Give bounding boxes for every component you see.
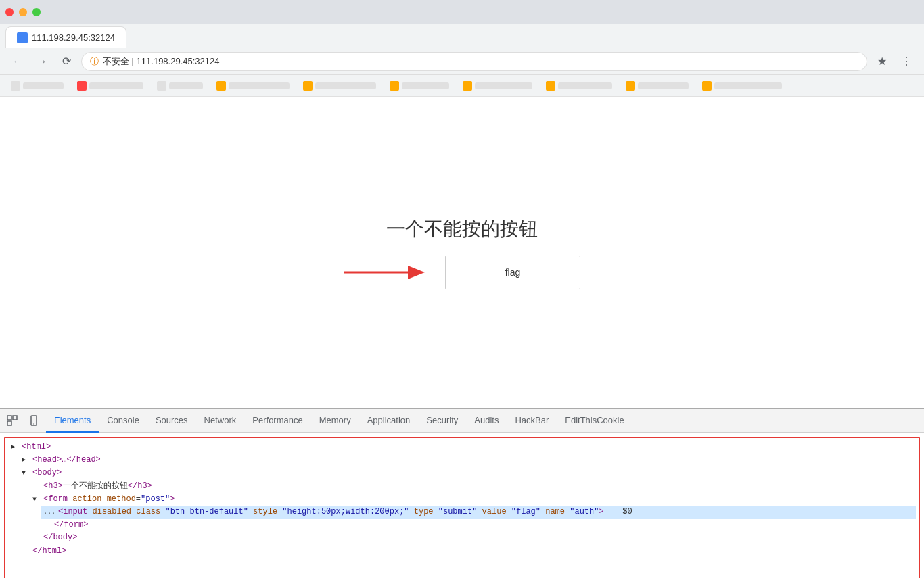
bookmark-label-7 <box>475 82 532 89</box>
bookmark-favicon-5 <box>303 81 313 91</box>
bookmark-item-2[interactable] <box>72 78 149 94</box>
browser-chrome: 111.198.29.45:32124 ← → ⟳ ⓘ 不安全 | 111.19… <box>0 0 924 97</box>
forward-button[interactable]: → <box>32 52 51 71</box>
tab-audits[interactable]: Audits <box>466 409 507 433</box>
tab-network[interactable]: Network <box>196 409 245 433</box>
svg-rect-3 <box>13 416 17 420</box>
dot-indicator-6: ... <box>43 507 55 518</box>
bookmark-favicon-9 <box>626 81 635 91</box>
bookmarks-bar <box>0 75 924 97</box>
tab-hackbar[interactable]: HackBar <box>507 409 557 433</box>
code-line-3: ▼ <body> <box>19 466 916 479</box>
code-style-attr: style <box>253 506 277 519</box>
tab-console[interactable]: Console <box>99 409 147 433</box>
tab-editthiscookie[interactable]: EditThisCookie <box>557 409 632 433</box>
code-body-tag: <body> <box>32 466 62 479</box>
code-class-attr: class <box>136 506 160 519</box>
code-html-tag: <html> <box>22 441 51 454</box>
code-method-attr: method <box>107 493 136 506</box>
bookmark-favicon-3 <box>157 81 166 91</box>
mobile-icon[interactable] <box>24 411 43 430</box>
tab-application[interactable]: Application <box>359 409 419 433</box>
bookmark-favicon-1 <box>11 81 20 91</box>
code-line-9: </html> <box>19 545 916 558</box>
tab-security-label: Security <box>426 415 458 425</box>
bookmark-item-9[interactable] <box>620 78 694 94</box>
address-bar[interactable]: ⓘ 不安全 | 111.198.29.45:32124 <box>81 52 867 71</box>
tab-sources[interactable]: Sources <box>147 409 196 433</box>
tab-performance[interactable]: Performance <box>244 409 310 433</box>
bookmark-item-1[interactable] <box>5 78 69 94</box>
tab-elements-label: Elements <box>54 415 91 425</box>
active-tab[interactable]: 111.198.29.45:32124 <box>5 26 126 48</box>
menu-button[interactable]: ⋮ <box>897 52 916 71</box>
code-input-tag: <input <box>58 506 92 519</box>
svg-point-6 <box>33 423 34 425</box>
bookmark-favicon-8 <box>546 81 555 91</box>
devtools-panel: Elements Console Sources Network Perform… <box>0 408 924 578</box>
back-button[interactable]: ← <box>8 52 27 71</box>
bookmark-item-5[interactable] <box>298 78 382 94</box>
code-type-val: "submit" <box>438 506 482 519</box>
code-body-end: </body> <box>43 531 77 544</box>
tab-memory-label: Memory <box>319 415 351 425</box>
code-disabled-attr: disabled <box>92 506 136 519</box>
svg-rect-4 <box>7 421 11 425</box>
refresh-button[interactable]: ⟳ <box>57 52 76 71</box>
bookmark-item-3[interactable] <box>152 78 208 94</box>
code-value-val: "flag" <box>511 506 545 519</box>
tab-network-label: Network <box>204 415 237 425</box>
code-form-tag: <form <box>43 493 72 506</box>
tab-application-label: Application <box>367 415 411 425</box>
expand-indicator: ► <box>11 442 19 453</box>
svg-rect-2 <box>7 416 11 420</box>
bookmark-favicon-2 <box>77 81 87 91</box>
code-value-attr: value <box>482 506 507 519</box>
bookmark-item-7[interactable] <box>457 78 538 94</box>
bookmark-item-6[interactable] <box>384 78 455 94</box>
code-line-6[interactable]: ... <input disabled class="btn btn-defau… <box>41 506 916 519</box>
code-line-8: </body> <box>30 531 916 544</box>
code-type-attr: type <box>414 506 434 519</box>
code-line-5: ▼ <form action method="post"> <box>30 493 916 506</box>
code-h3-close: </h3> <box>128 480 152 493</box>
code-eq: = <box>136 493 141 506</box>
tab-performance-label: Performance <box>252 415 302 425</box>
bookmark-favicon-6 <box>390 81 399 91</box>
bookmark-favicon-4 <box>216 81 226 91</box>
bookmark-item-4[interactable] <box>211 78 295 94</box>
tab-favicon <box>17 32 28 43</box>
flag-button[interactable]: flag <box>445 256 580 289</box>
code-name-val: "auth" <box>570 506 599 519</box>
inspect-icon[interactable] <box>3 411 22 430</box>
tab-elements[interactable]: Elements <box>46 409 99 433</box>
tab-title: 111.198.29.45:32124 <box>32 32 115 43</box>
code-line-7: </form> <box>41 519 916 531</box>
code-h3-tag: <h3> <box>43 480 63 493</box>
code-class-val: "btn btn-default" <box>165 506 253 519</box>
security-icon: ⓘ <box>90 55 99 68</box>
code-line-2: ► <head>…</head> <box>19 454 916 466</box>
bookmark-item-8[interactable] <box>540 78 618 94</box>
tab-audits-label: Audits <box>474 415 499 425</box>
bookmark-label-10 <box>714 82 782 89</box>
bookmark-item-10[interactable] <box>697 78 787 94</box>
tab-security[interactable]: Security <box>418 409 466 433</box>
bookmark-favicon-7 <box>463 81 472 91</box>
tab-memory[interactable]: Memory <box>311 409 359 433</box>
address-text: 不安全 | 111.198.29.45:32124 <box>103 55 220 68</box>
bookmark-label-5 <box>315 82 376 89</box>
bookmark-label-8 <box>558 82 612 89</box>
page-title: 一个不能按的按钮 <box>386 216 538 242</box>
title-bar <box>0 0 924 24</box>
bookmark-label-9 <box>638 82 689 89</box>
tab-sources-label: Sources <box>156 415 188 425</box>
eq-dollar-indicator: == $0 <box>608 506 632 519</box>
tab-editthiscookie-label: EditThisCookie <box>565 415 624 425</box>
tab-hackbar-label: HackBar <box>515 415 549 425</box>
code-line-4: <h3>一个不能按的按钮</h3> <box>30 480 916 493</box>
code-form-end: </form> <box>54 519 88 531</box>
bookmark-label-3 <box>169 82 203 89</box>
red-arrow <box>344 259 425 286</box>
bookmarks-button[interactable]: ★ <box>873 52 892 71</box>
